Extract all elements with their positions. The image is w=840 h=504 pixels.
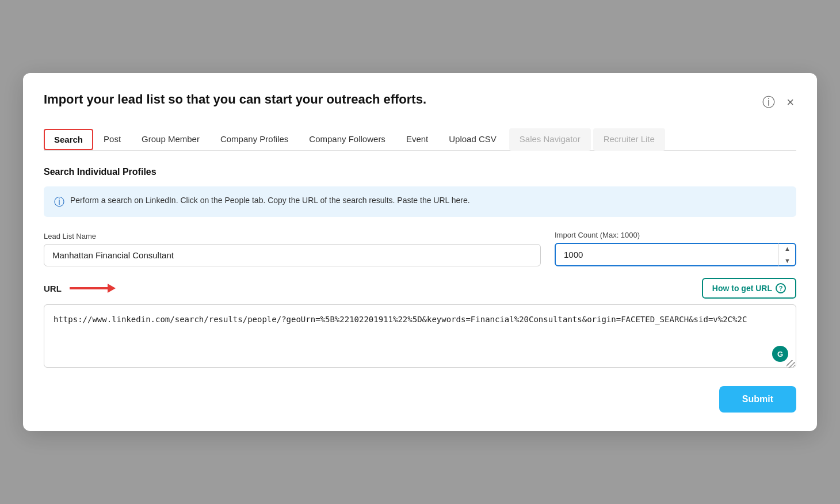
grammarly-icon: G [772, 346, 788, 362]
help-icon: ⓘ [762, 94, 775, 111]
section-title: Search Individual Profiles [44, 167, 796, 177]
close-button[interactable]: × [784, 94, 796, 111]
spinner-buttons: ▲ ▼ [778, 243, 796, 266]
lead-name-group: Lead List Name [44, 232, 541, 266]
form-row: Lead List Name Import Count (Max: 1000) … [44, 231, 796, 266]
url-input[interactable]: https://www.linkedin.com/search/results/… [44, 304, 796, 368]
tab-search[interactable]: Search [44, 129, 93, 150]
how-to-url-button[interactable]: How to get URL ? [702, 278, 796, 299]
url-label: URL [44, 284, 62, 293]
tab-post[interactable]: Post [93, 128, 131, 151]
url-textarea-wrapper: https://www.linkedin.com/search/results/… [44, 304, 796, 370]
help-button[interactable]: ⓘ [760, 93, 777, 112]
import-count-label: Import Count (Max: 1000) [555, 231, 796, 239]
tab-company-profiles[interactable]: Company Profiles [210, 128, 299, 151]
arrow-right-icon [70, 282, 116, 294]
close-icon: × [786, 95, 794, 110]
import-count-group: Import Count (Max: 1000) ▲ ▼ [555, 231, 796, 266]
info-icon: ⓘ [54, 195, 64, 209]
info-box: ⓘ Perform a search on LinkedIn. Click on… [44, 186, 796, 217]
tab-event[interactable]: Event [396, 128, 438, 151]
spinner-down[interactable]: ▼ [778, 255, 796, 267]
modal-header: Import your lead list so that you can st… [44, 91, 796, 112]
modal-header-actions: ⓘ × [760, 93, 796, 112]
lead-name-label: Lead List Name [44, 232, 541, 240]
url-label-row: URL How to get URL ? [44, 278, 796, 299]
modal-footer: Submit [44, 386, 796, 413]
import-count-input[interactable] [555, 243, 796, 266]
spinner-up[interactable]: ▲ [778, 243, 796, 255]
modal-container: Import your lead list so that you can st… [23, 73, 817, 431]
info-text: Perform a search on LinkedIn. Click on t… [70, 194, 470, 207]
lead-name-input[interactable] [44, 244, 541, 266]
tab-company-followers[interactable]: Company Followers [299, 128, 396, 151]
how-to-url-label: How to get URL [712, 284, 772, 293]
tab-upload-csv[interactable]: Upload CSV [438, 128, 507, 151]
tabs-row: Search Post Group Member Company Profile… [44, 128, 796, 151]
modal-overlay: Import your lead list so that you can st… [0, 0, 840, 504]
resize-handle[interactable] [786, 360, 795, 368]
url-label-left: URL [44, 282, 116, 294]
tab-recruiter-lite: Recruiter Lite [593, 128, 665, 151]
import-count-wrapper: ▲ ▼ [555, 243, 796, 266]
tab-group-member[interactable]: Group Member [131, 128, 210, 151]
modal-title: Import your lead list so that you can st… [44, 91, 426, 108]
tab-sales-navigator: Sales Navigator [509, 128, 591, 151]
how-to-url-icon: ? [776, 283, 786, 293]
submit-button[interactable]: Submit [719, 386, 796, 413]
